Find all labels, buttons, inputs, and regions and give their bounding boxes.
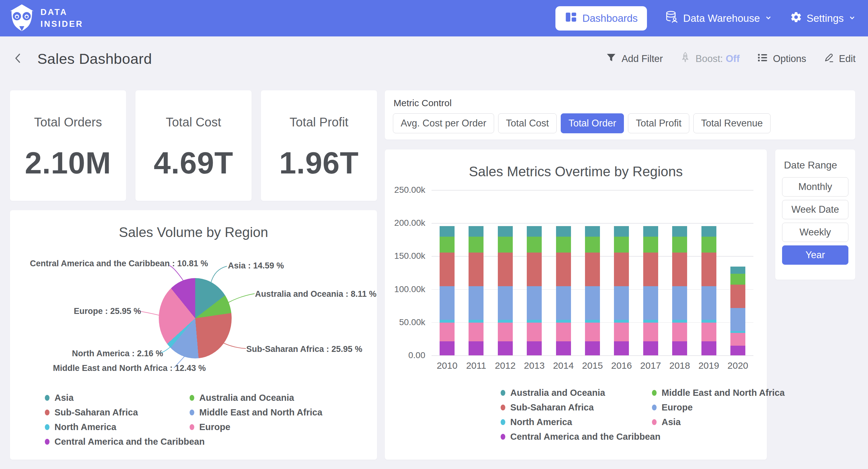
legend-marker <box>652 419 657 425</box>
date-range-card: Date Range MonthlyWeek DateWeeklyYear <box>775 149 855 280</box>
nav-dashboards-button[interactable]: Dashboards <box>555 6 647 31</box>
gear-icon <box>790 11 802 26</box>
bar-segment-australia-and-oceania <box>672 226 687 237</box>
boost-toggle[interactable]: Boost: Off <box>680 51 740 66</box>
date-range-option-week-date[interactable]: Week Date <box>782 200 848 219</box>
bar-segment-sub-saharan-africa <box>672 253 687 286</box>
bar-segment-asia <box>731 333 745 346</box>
bar-2013[interactable] <box>527 226 542 355</box>
bar-segment-europe <box>556 286 571 320</box>
bar-segment-middle-east-and-north-africa <box>440 237 455 253</box>
bar-segment-central-america-and-the-caribbean <box>614 341 629 355</box>
pie-chart-card: Sales Volume by Region Central America a… <box>10 210 377 460</box>
x-axis-tick: 2010 <box>440 360 455 371</box>
legend-item-europe[interactable]: Europe <box>190 422 377 432</box>
bar-segment-sub-saharan-africa <box>469 253 484 286</box>
bar-2017[interactable] <box>643 226 658 355</box>
bar-2011[interactable] <box>469 226 484 355</box>
top-navbar: DATA INSIDER Dashboards <box>0 0 868 36</box>
metric-option-total-revenue[interactable]: Total Revenue <box>693 113 771 133</box>
bar-2019[interactable] <box>702 226 716 355</box>
metric-option-total-order[interactable]: Total Order <box>561 113 624 133</box>
legend-item-middle-east-and-north-africa[interactable]: Middle East and North Africa <box>190 407 377 418</box>
bar-2016[interactable] <box>614 226 629 355</box>
legend-item-asia[interactable]: Asia <box>45 393 190 403</box>
bar-segment-central-america-and-the-caribbean <box>498 341 513 355</box>
x-axis-tick: 2020 <box>731 360 745 371</box>
chevron-down-icon <box>848 12 856 24</box>
legend-item-middle-east-and-north-africa[interactable]: Middle East and North Africa <box>652 388 784 398</box>
legend-item-north-america[interactable]: North America <box>45 422 190 432</box>
bar-segment-australia-and-oceania <box>440 226 455 237</box>
date-range-option-year[interactable]: Year <box>782 245 848 265</box>
legend-item-central-america-and-the-caribbean[interactable]: Central America and the Caribbean <box>501 432 652 442</box>
metric-control-title: Metric Control <box>394 98 847 108</box>
gridline <box>432 190 753 190</box>
bar-2020[interactable] <box>731 267 745 355</box>
bar-2010[interactable] <box>440 226 455 355</box>
chevron-left-icon <box>12 52 24 66</box>
back-button[interactable] <box>12 52 24 66</box>
nav-data-warehouse-label: Data Warehouse <box>683 12 760 24</box>
bar-segment-asia <box>498 323 513 342</box>
metric-control-buttons: Avg. Cost per OrderTotal CostTotal Order… <box>393 113 847 133</box>
edit-button[interactable]: Edit <box>823 52 856 66</box>
legend-item-north-america[interactable]: North America <box>501 417 652 427</box>
rocket-icon <box>680 51 691 66</box>
legend-marker <box>45 424 50 430</box>
bar-segment-asia <box>614 323 629 342</box>
bar-segment-middle-east-and-north-africa <box>672 237 687 253</box>
bar-segment-central-america-and-the-caribbean <box>440 341 455 355</box>
metric-option-total-cost[interactable]: Total Cost <box>498 113 557 133</box>
bar-segment-north-america <box>440 320 455 323</box>
bar-segment-asia <box>556 323 571 342</box>
bar-2012[interactable] <box>498 226 513 355</box>
kpi-value: 4.69T <box>154 145 234 181</box>
bar-segment-australia-and-oceania <box>498 226 513 237</box>
bar-segment-central-america-and-the-caribbean <box>469 341 484 355</box>
edit-pencil-icon <box>823 52 834 66</box>
pie-chart-area: Central America and the Caribbean : 10.8… <box>10 244 377 378</box>
bar-segment-asia <box>585 323 600 342</box>
bar-segment-sub-saharan-africa <box>702 253 716 286</box>
bar-segment-sub-saharan-africa <box>731 285 745 308</box>
date-range-option-weekly[interactable]: Weekly <box>782 223 848 242</box>
bar-segment-europe <box>527 286 542 320</box>
legend-item-australia-and-oceania[interactable]: Australia and Oceania <box>190 393 377 403</box>
bar-segment-asia <box>440 323 455 342</box>
bar-segment-middle-east-and-north-africa <box>614 237 629 253</box>
bar-segment-middle-east-and-north-africa <box>498 237 513 253</box>
bar-segment-north-america <box>585 320 600 323</box>
bar-segment-north-america <box>672 320 687 323</box>
legend-item-asia[interactable]: Asia <box>652 417 784 427</box>
brand: DATA INSIDER <box>9 4 84 33</box>
nav-data-warehouse[interactable]: Data Warehouse <box>664 10 772 27</box>
bar-segment-australia-and-oceania <box>556 226 571 237</box>
bar-segment-central-america-and-the-caribbean <box>527 341 542 355</box>
bar-2014[interactable] <box>556 226 571 355</box>
bar-segment-middle-east-and-north-africa <box>643 237 658 253</box>
pie-chart[interactable] <box>159 278 231 358</box>
x-axis-tick: 2018 <box>672 360 687 371</box>
legend-label: Middle East and North Africa <box>661 388 784 398</box>
add-filter-button[interactable]: Add Filter <box>606 52 663 66</box>
legend-item-australia-and-oceania[interactable]: Australia and Oceania <box>501 388 652 398</box>
legend-item-sub-saharan-africa[interactable]: Sub-Saharan Africa <box>45 407 190 418</box>
legend-item-sub-saharan-africa[interactable]: Sub-Saharan Africa <box>501 402 652 413</box>
bar-chart-card: Sales Metrics Overtime by Regions 250.00… <box>385 149 767 460</box>
x-axis-tick: 2011 <box>469 360 484 371</box>
bar-2015[interactable] <box>585 226 600 355</box>
options-button[interactable]: Options <box>756 52 806 66</box>
metric-option-total-profit[interactable]: Total Profit <box>628 113 689 133</box>
metric-option-avg-cost-per-order[interactable]: Avg. Cost per Order <box>393 113 494 133</box>
legend-marker <box>652 405 657 410</box>
nav-settings[interactable]: Settings <box>790 11 856 26</box>
owl-logo-icon <box>9 4 35 33</box>
date-range-option-monthly[interactable]: Monthly <box>782 177 848 197</box>
navbar-menu: Dashboards Data Warehouse <box>555 6 856 31</box>
brand-text: DATA INSIDER <box>40 6 84 30</box>
legend-item-europe[interactable]: Europe <box>652 402 784 413</box>
legend-item-central-america-and-the-caribbean[interactable]: Central America and the Caribbean <box>45 437 190 447</box>
bar-2018[interactable] <box>672 226 687 355</box>
bar-segment-europe <box>672 286 687 320</box>
